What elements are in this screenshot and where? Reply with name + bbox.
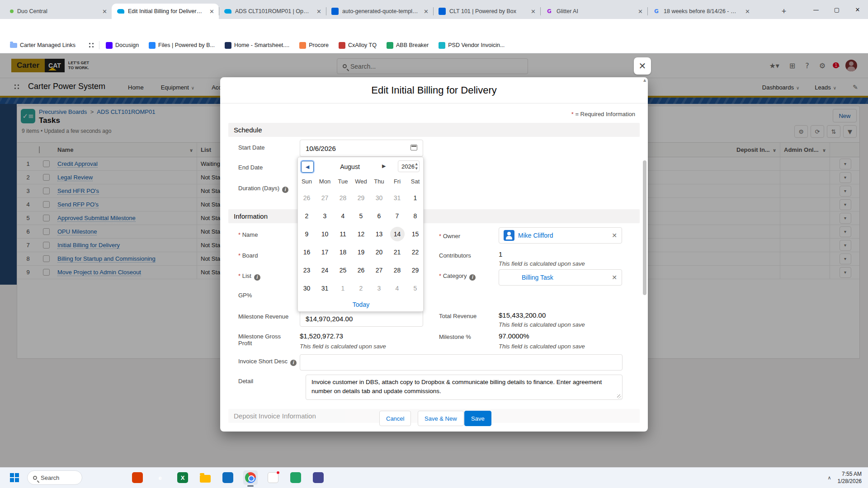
tab-close-icon[interactable]: ✕ xyxy=(530,8,537,15)
start-button[interactable] xyxy=(10,473,19,482)
tab-close-icon[interactable]: ✕ xyxy=(316,8,322,15)
tab-close-icon[interactable]: ✕ xyxy=(637,8,644,15)
calendar-day[interactable]: 2 xyxy=(352,279,370,297)
calendar-day[interactable]: 17 xyxy=(316,243,334,261)
tray-clock[interactable]: 7:55 AM 1/28/2026 xyxy=(838,470,862,485)
taskbar-app-outlook[interactable] xyxy=(221,470,235,485)
year-stepper[interactable]: 2026 ▲▼ xyxy=(398,160,420,172)
save-button[interactable]: Save xyxy=(464,411,491,426)
calendar-day[interactable]: 8 xyxy=(406,207,425,225)
bookmarks-folder-label[interactable]: Carter Managed Links xyxy=(20,42,75,48)
tray-overflow-chevron-icon[interactable]: ∧ xyxy=(828,475,831,481)
browser-tab[interactable]: GGlitter AI✕ xyxy=(540,4,647,19)
calendar-day[interactable]: 14 xyxy=(388,225,406,243)
calendar-day[interactable]: 3 xyxy=(316,207,334,225)
calendar-day[interactable]: 29 xyxy=(406,261,425,279)
calendar-icon[interactable] xyxy=(410,145,417,150)
tab-close-icon[interactable]: ✕ xyxy=(208,8,215,15)
scroll-up-icon[interactable]: ▲ xyxy=(642,78,647,82)
apps-grid-icon[interactable] xyxy=(88,42,94,48)
calendar-day[interactable]: 28 xyxy=(334,189,352,207)
calendar-day[interactable]: 1 xyxy=(334,279,352,297)
taskbar-app-app-green[interactable] xyxy=(288,470,303,485)
calendar-day[interactable]: 13 xyxy=(370,225,388,243)
calendar-day[interactable]: 11 xyxy=(334,225,352,243)
owner-pill[interactable]: Mike Clifford ✕ xyxy=(499,227,622,244)
cancel-button[interactable]: Cancel xyxy=(379,411,411,426)
calendar-day[interactable]: 5 xyxy=(352,207,370,225)
calendar-day[interactable]: 7 xyxy=(388,207,406,225)
taskbar-search[interactable]: Search xyxy=(27,470,82,485)
calendar-day[interactable]: 27 xyxy=(316,189,334,207)
taskbar-app-excel[interactable]: X xyxy=(175,470,190,485)
calendar-day[interactable]: 15 xyxy=(406,225,425,243)
tab-close-icon[interactable]: ✕ xyxy=(423,8,429,15)
minimize-button[interactable]: — xyxy=(806,0,826,19)
modal-close-icon[interactable]: ✕ xyxy=(634,57,651,75)
browser-tab[interactable]: Edit Initial Billing for Delivery | S✕ xyxy=(112,4,219,19)
browser-tab[interactable]: CLT 101 | Powered by Box✕ xyxy=(433,4,540,19)
calendar-day[interactable]: 25 xyxy=(334,261,352,279)
category-info-icon[interactable]: i xyxy=(469,274,476,281)
resize-grip[interactable] xyxy=(617,394,621,399)
bookmark-item[interactable]: PSD Vendor Invoicin... xyxy=(439,42,505,49)
calendar-day[interactable]: 30 xyxy=(370,189,388,207)
calendar-day[interactable]: 31 xyxy=(388,189,406,207)
taskbar-app-app-dark[interactable] xyxy=(311,470,326,485)
calendar-day[interactable]: 26 xyxy=(298,189,316,207)
calendar-day[interactable]: 23 xyxy=(298,261,316,279)
next-month-icon[interactable]: ▶ xyxy=(382,163,386,169)
calendar-day[interactable]: 2 xyxy=(298,207,316,225)
calendar-day[interactable]: 3 xyxy=(370,279,388,297)
browser-tab[interactable]: G18 weeks before 8/14/26 - Goo...✕ xyxy=(647,4,755,19)
bookmark-item[interactable]: Home - Smartsheet.... xyxy=(225,42,289,49)
new-tab-button[interactable]: + xyxy=(778,6,789,17)
category-remove-icon[interactable]: ✕ xyxy=(612,274,617,281)
taskbar-app-edge-browser[interactable]: e xyxy=(153,470,167,485)
calendar-day[interactable]: 4 xyxy=(388,279,406,297)
calendar-day[interactable]: 5 xyxy=(406,279,425,297)
calendar-day[interactable]: 31 xyxy=(316,279,334,297)
tab-close-icon[interactable]: ✕ xyxy=(101,8,108,15)
bookmark-item[interactable]: Files | Powered by B... xyxy=(149,42,215,49)
start-date-input[interactable]: 10/6/2026 xyxy=(300,140,423,157)
bookmark-item[interactable]: CxAlloy TQ xyxy=(339,42,377,49)
bookmark-item[interactable]: Docusign xyxy=(106,42,139,49)
tab-close-icon[interactable]: ✕ xyxy=(744,8,751,15)
calendar-day[interactable]: 27 xyxy=(370,261,388,279)
calendar-day[interactable]: 19 xyxy=(352,243,370,261)
duration-info-icon[interactable]: i xyxy=(282,187,288,193)
taskbar-app-file-explorer[interactable] xyxy=(198,470,212,485)
year-stepper-arrows[interactable]: ▲▼ xyxy=(415,162,418,171)
calendar-day[interactable]: 12 xyxy=(352,225,370,243)
bookmark-item[interactable]: ABB Breaker xyxy=(387,42,429,49)
calendar-day[interactable]: 4 xyxy=(334,207,352,225)
calendar-day[interactable]: 18 xyxy=(334,243,352,261)
milestone-revenue-input[interactable]: $14,970,204.00 xyxy=(300,310,423,327)
calendar-day[interactable]: 28 xyxy=(388,261,406,279)
previous-month-icon[interactable]: ◀ xyxy=(301,161,314,173)
calendar-day[interactable]: 6 xyxy=(370,207,388,225)
calendar-day[interactable]: 22 xyxy=(406,243,425,261)
category-pill[interactable]: Billing Task ✕ xyxy=(499,269,622,286)
calendar-day[interactable]: 29 xyxy=(352,189,370,207)
modal-scrollbar[interactable]: ▲ xyxy=(642,78,647,431)
calendar-day[interactable]: 24 xyxy=(316,261,334,279)
calendar-day[interactable]: 21 xyxy=(388,243,406,261)
detail-textarea[interactable]: Invoice customer in DBS, attach copy to … xyxy=(306,375,623,400)
taskbar-app-chrome[interactable] xyxy=(243,470,258,485)
today-link[interactable]: Today xyxy=(298,301,424,308)
calendar-day[interactable]: 10 xyxy=(316,225,334,243)
invoice-short-desc-input[interactable] xyxy=(300,354,623,371)
owner-remove-icon[interactable]: ✕ xyxy=(612,232,617,239)
browser-tab[interactable]: Duo Central✕ xyxy=(5,4,112,19)
bookmark-item[interactable]: Procore xyxy=(299,42,329,49)
calendar-day[interactable]: 26 xyxy=(352,261,370,279)
browser-tab[interactable]: ADS CLT101ROMP01 | Opportu...✕ xyxy=(219,4,326,19)
list-info-icon[interactable]: i xyxy=(254,274,260,281)
browser-tab[interactable]: auto-generated-quote-templat...✕ xyxy=(326,4,433,19)
taskbar-app-app-red[interactable] xyxy=(130,470,145,485)
maximize-button[interactable]: ▢ xyxy=(826,0,847,19)
invoice-desc-info-icon[interactable]: i xyxy=(290,360,297,366)
calendar-day[interactable]: 16 xyxy=(298,243,316,261)
